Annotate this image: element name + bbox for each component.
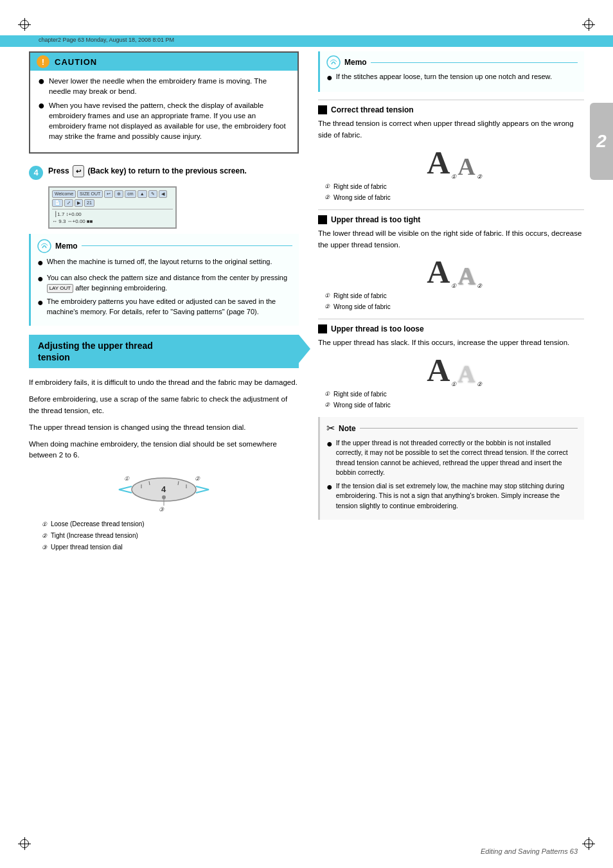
screen-btn-cm: cm [125,190,136,198]
tight-letter-labels: ①Right side of fabric ②Wrong side of fab… [324,290,584,312]
note-bullet-1: ● [326,436,333,451]
correct-thread-section: Correct thread tension [318,105,584,114]
body-para-4: When doing machine embroidery, the tensi… [29,439,299,462]
tight-label-2: ②Wrong side of fabric [324,301,584,312]
section-title: Adjusting the upper thread tension [38,340,290,363]
caution-text-1: Never lower the needle when the embroide… [49,76,290,96]
layout-icon: LAY OUT [47,284,74,293]
screen-btn-edit: ✎ [148,190,157,198]
body-para-3: The upper thread tension is changed usin… [29,422,299,434]
correct-thread-heading: Correct thread tension [331,105,414,114]
header-text: chapter2 Page 63 Monday, August 18, 2008… [39,37,174,43]
right-column: Memo ● If the stitches appear loose, tur… [318,51,584,520]
memo-bullet-3: ● [37,295,44,310]
correct-label-2: ②Wrong side of fabric [324,192,584,203]
screen-btn-left: ◀ [159,190,167,198]
screen-info: ▕ 1.7 ↕+0.00 ↔ 9.3 ↔+0.00 ■■ [52,209,173,225]
letter-a-small-loose: A [458,360,475,387]
note-item-1: ● If the upper thread is not threaded co… [326,438,578,477]
body-para-2: Before embroidering, use a scrap of the … [29,394,299,417]
screen-mockup: Welcome SIZE OUT ↩ ⊕ cm ▲ ✎ ◀ 📄 ⤢ ▶ 21 ▕… [48,186,177,229]
step-description: (Back key) to return to the previous scr… [87,166,246,175]
body-para-1: If embroidery fails, it is difficult to … [29,377,299,389]
correct-letter-labels: ①Right side of fabric ②Wrong side of fab… [324,181,584,203]
loose-letter-pair: A ① A ② [318,354,584,386]
chapter-tab: 2 [590,103,613,180]
correct-letter-a-left: A ① [427,146,450,179]
press-label: Press [48,166,69,175]
upper-tight-heading: Upper thread is too tight [331,215,420,224]
divider-3 [318,319,584,319]
note-bullet-2: ● [326,479,333,494]
tight-label-1: ①Right side of fabric [324,290,584,301]
right-memo-bullet: ● [326,70,333,85]
right-memo-box: Memo ● If the stitches appear loose, tur… [318,51,584,92]
left-memo-item-2: ● You can also check the pattern size an… [37,273,292,294]
screen-btn-21: 21 [84,199,94,207]
divider-1 [318,100,584,100]
screen-size-2: ↔ 9.3 ↔+0.00 ■■ [52,218,173,225]
letter-a-small-correct: A [458,153,475,180]
corner-tl [18,18,31,31]
section-square-icon-3 [318,324,327,333]
svg-text:4: 4 [161,484,166,494]
section-square-icon [318,105,327,114]
left-memo-box: Memo ● When the machine is turned off, t… [29,234,299,326]
corner-tr [582,18,595,31]
caution-title: CAUTION [55,57,97,67]
right-memo-text-1: If the stitches appear loose, turn the t… [336,72,552,82]
screen-size-1: ▕ 1.7 ↕+0.00 [52,211,173,218]
note-box: ✂ Note ● If the upper thread is not thre… [318,417,584,520]
left-column: ! CAUTION ● Never lower the needle when … [29,51,299,560]
left-memo-item-3: ● The embroidery patterns you have edite… [37,297,292,317]
loose-label-1: ①Right side of fabric [324,389,584,400]
note-item-2: ● If the tension dial is set extremely l… [326,481,578,511]
upper-tight-desc: The lower thread will be visible on the … [318,228,584,251]
letter-a-large-tight: A [427,254,450,290]
note-text-1: If the upper thread is not threaded corr… [336,438,578,477]
caution-item-1: ● Never lower the needle when the embroi… [38,76,290,96]
left-memo-text-1: When the machine is turned off, the layo… [47,257,272,267]
loose-letter-a-right: A ② [458,362,475,386]
left-memo-text-3: The embroidery patterns you have edited … [47,297,292,317]
footer-text: Editing and Saving Patterns 63 [481,847,578,855]
caution-box: ! CAUTION ● Never lower the needle when … [29,51,299,154]
right-memo-item-1: ● If the stitches appear loose, turn the… [326,72,578,85]
memo-icon [37,239,51,253]
caution-icon: ! [37,55,49,68]
step-text: Press ↩ (Back key) to return to the prev… [48,165,247,177]
section-title-box: Adjusting the upper thread tension [29,335,299,368]
right-memo-icon [326,55,341,69]
dial-label-1: ① Loose (Decrease thread tension) [42,519,145,529]
upper-loose-desc: The upper thread has slack. If this occu… [318,337,584,349]
dial-label-3: ③ Upper thread tension dial [42,542,145,553]
right-memo-title: Memo [344,58,367,67]
footer: Editing and Saving Patterns 63 [481,847,578,855]
letter-a-small-tight: A [458,262,475,289]
caution-item-2: ● When you have revised the pattern, che… [38,100,290,141]
main-content: ! CAUTION ● Never lower the needle when … [29,51,584,839]
screen-btn-right: ▶ [75,199,83,207]
note-title: Note [339,424,356,433]
upper-loose-heading: Upper thread is too loose [331,324,424,333]
correct-letter-a-right: A ② [458,154,475,179]
chapter-number: 2 [596,131,607,152]
step-number: 4 [29,166,43,180]
step-4-row: 4 Press ↩ (Back key) to return to the pr… [29,165,299,180]
left-memo-header: Memo [37,239,292,253]
caution-text-2: When you have revised the pattern, check… [49,100,290,141]
screen-btn-back: ↩ [104,190,113,198]
loose-letter-labels: ①Right side of fabric ②Wrong side of fab… [324,389,584,411]
letter-a-large-loose: A [427,352,450,388]
loose-label-2: ②Wrong side of fabric [324,400,584,411]
dial-labels: ① Loose (Decrease thread tension) ② Tigh… [42,519,145,554]
correct-label-1: ①Right side of fabric [324,181,584,192]
scissors-icon: ✂ [326,422,335,434]
right-memo-header: Memo [326,55,578,69]
tight-letter-pair: A ① A ② [318,256,584,288]
memo-bullet-2: ● [37,271,44,286]
dial-label-2: ② Tight (Increase thread tension) [42,531,145,541]
dial-container: ① ② 4 ③ [29,470,299,554]
back-key-icon: ↩ [73,165,84,177]
corner-br [582,837,595,850]
